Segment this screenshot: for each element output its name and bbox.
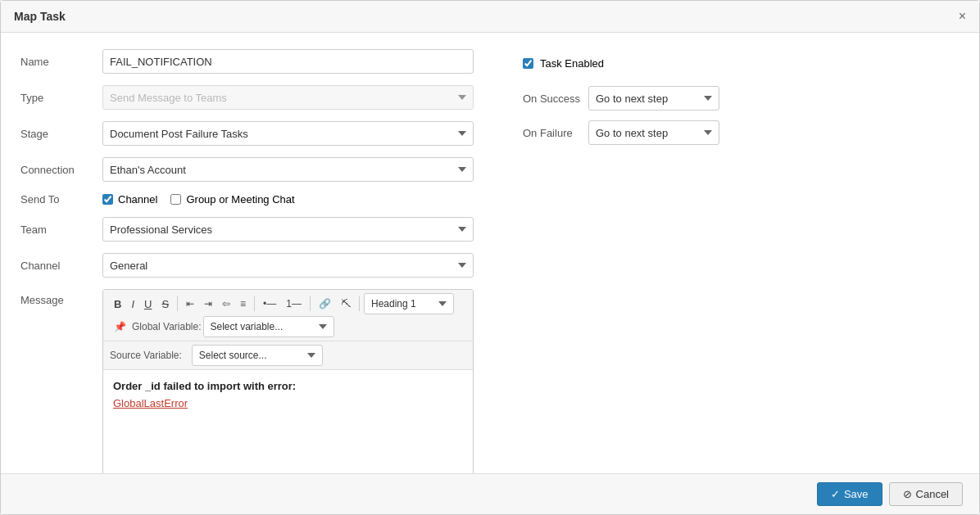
- bold-button[interactable]: B: [110, 296, 125, 313]
- group-checkbox[interactable]: [170, 194, 181, 205]
- align-justify-button[interactable]: ≡: [236, 296, 250, 312]
- send-to-options: Channel Group or Meeting Chat: [102, 193, 474, 206]
- align-right-button[interactable]: ⇦: [218, 296, 234, 312]
- modal-body: Name Type Send Message to Teams: [1, 33, 979, 473]
- strikethrough-button[interactable]: S: [157, 296, 173, 313]
- cancel-button[interactable]: ⊘ Cancel: [889, 482, 963, 506]
- channel-checkbox[interactable]: [102, 194, 113, 205]
- stage-select[interactable]: Document Post Failure Tasks: [102, 121, 474, 146]
- on-success-label: On Success: [523, 93, 588, 105]
- name-row: Name: [20, 49, 474, 74]
- unlink-button[interactable]: ⛏: [337, 296, 355, 312]
- channel-field-label: Channel: [20, 260, 102, 272]
- message-label: Message: [20, 289, 102, 306]
- global-variable-select[interactable]: Select variable...: [203, 316, 334, 337]
- global-variable-label: Global Variable:: [132, 321, 202, 332]
- align-left-button[interactable]: ⇤: [182, 296, 198, 312]
- team-label: Team: [20, 224, 102, 236]
- numbered-list-button[interactable]: 1—: [282, 296, 306, 312]
- task-enabled-checkbox[interactable]: [523, 58, 533, 69]
- right-column: Task Enabled On Success Go to next step …: [490, 49, 960, 473]
- editor-main-text: Order _id failed to import with error:: [113, 380, 463, 392]
- stage-row: Stage Document Post Failure Tasks: [20, 121, 474, 146]
- bullet-list-button[interactable]: •—: [259, 296, 280, 312]
- team-select[interactable]: Professional Services: [102, 217, 474, 242]
- cancel-label: Cancel: [916, 488, 949, 500]
- type-label: Type: [20, 92, 102, 104]
- left-column: Name Type Send Message to Teams: [20, 49, 490, 473]
- on-failure-select[interactable]: Go to next step: [588, 120, 719, 145]
- close-button[interactable]: ×: [959, 9, 966, 24]
- on-failure-label: On Failure: [523, 127, 588, 139]
- connection-label: Connection: [20, 164, 102, 176]
- on-failure-row: On Failure Go to next step: [523, 120, 960, 145]
- editor-link-text[interactable]: GlobalLastError: [113, 397, 188, 409]
- type-row: Type Send Message to Teams: [20, 85, 474, 110]
- connection-select-wrap: Ethan's Account: [102, 157, 474, 182]
- group-checkbox-wrap: Group or Meeting Chat: [170, 193, 294, 206]
- link-button[interactable]: 🔗: [315, 296, 335, 312]
- channel-checkbox-wrap: Channel: [102, 193, 157, 206]
- map-task-modal: Map Task × Name Type Send Mes: [0, 0, 980, 515]
- stage-select-wrap: Document Post Failure Tasks: [102, 121, 474, 146]
- connection-row: Connection Ethan's Account: [20, 157, 474, 182]
- save-icon: ✓: [831, 488, 840, 500]
- underline-button[interactable]: U: [140, 296, 156, 313]
- editor-toolbar: B I U S ⇤ ⇥ ⇦ ≡ •— 1—: [103, 290, 473, 341]
- channel-select[interactable]: General: [102, 253, 474, 278]
- task-enabled-label: Task Enabled: [540, 57, 604, 70]
- message-editor: B I U S ⇤ ⇥ ⇦ ≡ •— 1—: [102, 289, 474, 473]
- stage-label: Stage: [20, 128, 102, 140]
- toolbar-sep-1: [177, 296, 178, 311]
- team-select-wrap: Professional Services: [102, 217, 474, 242]
- name-input-wrap: [102, 49, 474, 74]
- source-variable-row: Source Variable: Select source...: [103, 341, 473, 370]
- group-checkbox-label: Group or Meeting Chat: [186, 193, 294, 206]
- send-to-row: Send To Channel Group or Meeting Chat: [20, 193, 474, 206]
- channel-select-wrap: General: [102, 253, 474, 278]
- toolbar-sep-2: [254, 296, 255, 311]
- task-enabled-row: Task Enabled: [523, 57, 960, 70]
- save-button[interactable]: ✓ Save: [817, 482, 882, 506]
- toolbar-sep-4: [359, 296, 360, 311]
- type-select-wrap: Send Message to Teams: [102, 85, 474, 110]
- editor-content[interactable]: Order _id failed to import with error: G…: [103, 370, 473, 473]
- variable-pin-button[interactable]: 📌: [110, 318, 130, 335]
- source-variable-label: Source Variable:: [110, 350, 182, 361]
- modal-footer: ✓ Save ⊘ Cancel: [1, 473, 979, 514]
- connection-select[interactable]: Ethan's Account: [102, 157, 474, 182]
- on-success-row: On Success Go to next step: [523, 86, 960, 111]
- type-select: Send Message to Teams: [102, 85, 474, 110]
- form-grid: Name Type Send Message to Teams: [20, 49, 960, 473]
- cancel-icon: ⊘: [903, 488, 912, 500]
- toolbar-sep-3: [310, 296, 311, 311]
- name-label: Name: [20, 56, 102, 68]
- align-center-button[interactable]: ⇥: [200, 296, 216, 312]
- message-row: Message B I U S ⇤ ⇥ ⇦ ≡: [20, 289, 474, 473]
- italic-button[interactable]: I: [127, 296, 138, 313]
- send-to-label: Send To: [20, 193, 102, 206]
- name-input[interactable]: [102, 49, 474, 74]
- save-label: Save: [844, 488, 869, 500]
- source-variable-select[interactable]: Select source...: [192, 345, 323, 366]
- team-row: Team Professional Services: [20, 217, 474, 242]
- modal-title: Map Task: [14, 10, 66, 23]
- heading-select[interactable]: Heading 1 Normal Heading 2 Heading 3: [364, 293, 454, 314]
- channel-row: Channel General: [20, 253, 474, 278]
- channel-checkbox-label: Channel: [118, 193, 157, 206]
- on-success-select[interactable]: Go to next step: [588, 86, 719, 111]
- modal-header: Map Task ×: [1, 1, 979, 33]
